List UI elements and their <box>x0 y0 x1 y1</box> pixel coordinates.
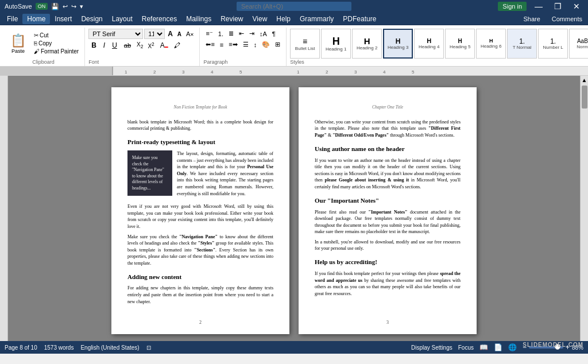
decrease-indent-button[interactable]: ⇤ <box>237 29 246 38</box>
style-t-normal[interactable]: 1. T Normal <box>507 29 537 59</box>
align-right-button[interactable]: ≡➡ <box>226 40 239 49</box>
style-heading6[interactable]: H Heading 6 <box>476 29 506 59</box>
bullets-button[interactable]: ≡⁻ <box>203 29 215 38</box>
style-heading4[interactable]: H Heading 4 <box>414 29 444 59</box>
style-bullet-list[interactable]: ≡ Bullet List <box>290 29 320 59</box>
menu-mailings[interactable]: Mailings <box>181 14 216 24</box>
style-number-l[interactable]: 1. Number L <box>538 29 568 59</box>
font-label: Font <box>88 59 99 65</box>
accessibility-icon: ⊡ <box>146 344 151 351</box>
increase-indent-button[interactable]: ⇥ <box>247 29 257 38</box>
read-mode-button[interactable]: 📖 <box>479 343 488 351</box>
comments-button[interactable]: Comments <box>548 14 586 24</box>
menu-bar: File Home Insert Design Layout Reference… <box>0 13 588 25</box>
style-aabbc[interactable]: AaBb Normal <box>569 29 588 59</box>
shading-button[interactable]: 🎨 <box>260 40 272 49</box>
highlight-button[interactable]: 🖍 <box>172 41 182 50</box>
clear-format-button[interactable]: A✕ <box>184 30 196 38</box>
document-area: Non Fiction Template for Book blank book… <box>0 76 588 341</box>
copy-button[interactable]: ⎘Copy <box>32 40 81 47</box>
menu-design[interactable]: Design <box>76 14 107 24</box>
menu-layout[interactable]: Layout <box>107 14 137 24</box>
signin-button[interactable]: Sign in <box>498 2 527 11</box>
menu-home[interactable]: Home <box>22 14 50 24</box>
scroll-up-button[interactable]: ▲ <box>581 76 588 84</box>
page3-para3: In a nutshell, you're allowed to downloa… <box>315 239 461 252</box>
paste-icon: 📋 <box>10 33 26 48</box>
language: English (United States) <box>80 344 139 351</box>
underline-button[interactable]: U <box>109 40 120 51</box>
page-info: Page 8 of 10 <box>5 344 37 351</box>
customize-icon[interactable]: ▾ <box>80 3 83 10</box>
left-margin <box>0 76 8 341</box>
page2-para4: For adding new chapters in this template… <box>127 285 273 305</box>
menu-review[interactable]: Review <box>216 14 247 24</box>
bold-button[interactable]: B <box>88 40 99 51</box>
style-heading3[interactable]: H Heading 3 <box>383 29 413 59</box>
font-group: PT Serif 11 A A A✕ B I U ab X2 X2 A▬ 🖍 F… <box>85 28 200 66</box>
pages-container[interactable]: Non Fiction Template for Book blank book… <box>8 76 580 341</box>
align-left-button[interactable]: ⬅≡ <box>203 40 216 49</box>
display-settings-button[interactable]: Display Settings <box>411 344 452 351</box>
menu-pdfeature[interactable]: PDFeature <box>338 14 381 24</box>
strikethrough-button[interactable]: ab <box>121 41 134 50</box>
style-heading5[interactable]: H Heading 5 <box>445 29 475 59</box>
status-bar: Page 8 of 10 1573 words English (United … <box>0 341 588 354</box>
ruler: 1 2 3 4 5 1 2 3 4 5 <box>0 67 588 76</box>
title-search-input[interactable] <box>237 2 351 11</box>
autosave-badge[interactable]: ON <box>36 3 48 10</box>
styles-group: ≡ Bullet List H Heading 1 H Heading 2 H … <box>287 28 588 66</box>
page3-para4: If you find this book template perfect f… <box>315 270 461 297</box>
paste-label: Paste <box>11 48 25 54</box>
font-color-button[interactable]: A▬ <box>157 40 171 51</box>
superscript-button[interactable]: X2 <box>146 40 156 51</box>
style-heading2[interactable]: H Heading 2 <box>352 29 382 59</box>
print-layout-button[interactable]: 📄 <box>494 343 502 351</box>
focus-button[interactable]: Focus <box>458 344 474 351</box>
menu-references[interactable]: References <box>137 14 181 24</box>
copy-icon: ⎘ <box>34 40 37 47</box>
align-center-button[interactable]: ≡ <box>218 40 226 49</box>
subscript-button[interactable]: X2 <box>135 40 145 51</box>
line-spacing-button[interactable]: ↕ <box>252 40 260 49</box>
restore-button[interactable]: ❐ <box>551 2 565 11</box>
format-painter-button[interactable]: 🖌Format Painter <box>32 48 81 55</box>
menu-view[interactable]: View <box>248 14 272 24</box>
multilevel-button[interactable]: ≣ <box>226 29 236 38</box>
clipboard-label: Clipboard <box>6 59 81 65</box>
page-2-body: blank book template in Microsoft Word; t… <box>127 119 273 305</box>
save-icon[interactable]: 💾 <box>51 3 59 10</box>
page-3-header: Chapter One Title <box>315 104 461 111</box>
right-scrollbar[interactable]: ▲ <box>580 76 588 341</box>
page3-para1: If you want to write an author name on t… <box>315 157 461 191</box>
undo-icon[interactable]: ↩ <box>63 3 68 10</box>
minimize-button[interactable]: — <box>531 2 546 11</box>
scroll-thumb[interactable] <box>582 86 587 109</box>
menu-help[interactable]: Help <box>272 14 295 24</box>
redo-icon[interactable]: ↪ <box>71 3 76 10</box>
menu-insert[interactable]: Insert <box>50 14 76 24</box>
grow-font-button[interactable]: A <box>166 29 175 38</box>
watermark: SLIDEMODEL.COM <box>523 342 583 348</box>
numbering-button[interactable]: 1. <box>216 29 226 38</box>
close-button[interactable]: ✕ <box>570 2 583 11</box>
page2-callout-section: Make sure you check the "Navigation Pane… <box>127 150 273 200</box>
page-2-header: Non Fiction Template for Book <box>127 104 273 111</box>
web-layout-button[interactable]: 🌐 <box>508 343 517 351</box>
paragraph-group: ≡⁻ 1. ≣ ⇤ ⇥ ↕A ¶ ⬅≡ ≡ ≡➡ ☰ ↕ 🎨 ⊞ Paragra… <box>200 28 287 66</box>
style-heading1[interactable]: H Heading 1 <box>321 29 351 59</box>
justify-button[interactable]: ☰ <box>241 40 251 49</box>
cut-button[interactable]: ✂Cut <box>32 32 81 39</box>
menu-file[interactable]: File <box>2 14 22 24</box>
font-size-selector[interactable]: 11 <box>144 29 165 39</box>
border-button[interactable]: ⊞ <box>273 40 283 49</box>
share-button[interactable]: Share <box>520 14 543 24</box>
menu-grammarly[interactable]: Grammarly <box>295 14 338 24</box>
show-para-button[interactable]: ¶ <box>270 29 278 38</box>
font-name-selector[interactable]: PT Serif <box>88 29 143 39</box>
page3-h2-3: Help us by accrediting! <box>315 258 461 267</box>
sort-button[interactable]: ↕A <box>257 29 269 38</box>
italic-button[interactable]: I <box>100 40 108 51</box>
shrink-font-button[interactable]: A <box>176 30 183 38</box>
paste-button[interactable]: 📋 Paste <box>6 31 30 56</box>
